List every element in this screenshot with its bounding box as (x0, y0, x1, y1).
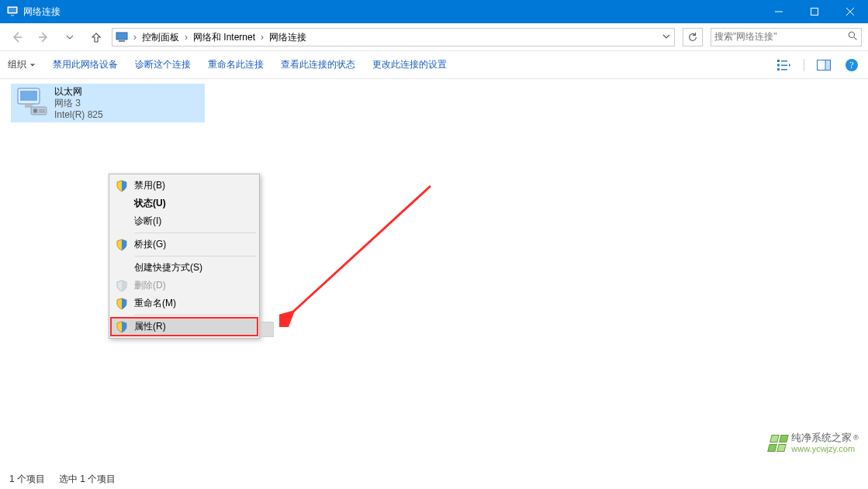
view-status-button[interactable]: 查看此连接的状态 (281, 58, 355, 71)
rename-connection-button[interactable]: 重命名此连接 (208, 58, 264, 71)
shield-icon (116, 239, 128, 251)
titlebar: 网络连接 (0, 0, 868, 23)
search-input[interactable]: 搜索"网络连接" (711, 28, 862, 46)
status-count: 1 个项目 (9, 473, 45, 486)
svg-rect-22 (33, 109, 37, 113)
separator (804, 59, 804, 71)
shield-icon (116, 321, 128, 333)
chevron-down-icon (29, 62, 36, 68)
disable-device-button[interactable]: 禁用此网络设备 (53, 58, 118, 71)
change-settings-button[interactable]: 更改此连接的设置 (372, 58, 447, 71)
view-options-button[interactable] (776, 57, 793, 74)
svg-rect-5 (119, 40, 125, 42)
ctx-diagnose[interactable]: 诊断(I) (111, 212, 258, 230)
network-adapter-item[interactable]: 以太网 网络 3 Intel(R) 825 (11, 84, 205, 122)
ctx-disable[interactable]: 禁用(B) (111, 177, 258, 195)
forward-button[interactable] (33, 26, 54, 48)
svg-rect-3 (811, 9, 818, 15)
refresh-button[interactable] (683, 28, 703, 46)
ctx-properties[interactable]: 属性(R) (111, 318, 258, 336)
chevron-right-icon: › (182, 32, 190, 43)
svg-rect-2 (11, 15, 14, 16)
ctx-status[interactable]: 状态(U) (111, 195, 258, 212)
close-button[interactable] (832, 0, 868, 23)
svg-point-6 (849, 32, 854, 37)
ctx-separator (134, 232, 256, 233)
svg-rect-1 (9, 8, 16, 12)
status-selected: 选中 1 个项目 (59, 473, 116, 486)
context-menu: 禁用(B) 状态(U) 诊断(I) 桥接(G) 创建快捷方式(S) 删除(D) … (109, 174, 260, 339)
ctx-create-shortcut[interactable]: 创建快捷方式(S) (111, 259, 258, 277)
svg-rect-4 (116, 33, 127, 40)
back-button[interactable] (6, 26, 28, 48)
command-toolbar: 组织 禁用此网络设备 诊断这个连接 重命名此连接 查看此连接的状态 更改此连接的… (0, 51, 868, 78)
svg-rect-9 (777, 64, 780, 66)
shield-icon (116, 180, 128, 192)
ethernet-adapter-icon (16, 86, 48, 117)
chevron-right-icon: › (258, 32, 266, 43)
ctx-bridge[interactable]: 桥接(G) (111, 236, 258, 253)
scrollbar-stub (261, 322, 274, 337)
help-button[interactable]: ? (843, 57, 860, 74)
adapter-name: 以太网 (54, 86, 103, 98)
ctx-separator (134, 315, 256, 315)
breadcrumb[interactable]: › 控制面板 › 网络和 Internet › 网络连接 (112, 28, 675, 46)
minimize-button[interactable] (761, 0, 797, 23)
preview-pane-button[interactable] (815, 57, 832, 74)
svg-rect-7 (777, 60, 780, 62)
svg-text:?: ? (849, 60, 853, 71)
address-bar-row: › 控制面板 › 网络和 Internet › 网络连接 搜索"网络连接" (0, 23, 868, 50)
svg-rect-10 (781, 64, 787, 66)
diagnose-button[interactable]: 诊断这个连接 (135, 58, 191, 71)
breadcrumb-item[interactable]: 网络和 Internet (190, 29, 258, 46)
watermark: 纯净系统之家® www.ycwjzy.com (769, 432, 859, 454)
window-title: 网络连接 (23, 5, 61, 19)
recent-dropdown[interactable] (59, 26, 81, 48)
ctx-rename[interactable]: 重命名(M) (111, 294, 258, 312)
breadcrumb-item[interactable]: 网络连接 (266, 29, 310, 46)
adapter-info: 以太网 网络 3 Intel(R) 825 (54, 86, 103, 121)
ctx-delete: 删除(D) (111, 277, 258, 294)
watermark-logo-icon (768, 435, 789, 452)
organize-menu[interactable]: 组织 (8, 58, 36, 71)
adapter-device: Intel(R) 825 (54, 109, 103, 121)
network-location-icon (116, 31, 128, 43)
annotation-arrow (279, 180, 442, 327)
chevron-right-icon: › (131, 32, 139, 43)
breadcrumb-item[interactable]: 控制面板 (139, 29, 182, 46)
status-bar: 1 个项目 选中 1 个项目 (0, 469, 868, 489)
search-placeholder: 搜索"网络连接" (714, 30, 848, 43)
shield-icon (116, 280, 128, 292)
breadcrumb-dropdown[interactable] (657, 32, 674, 43)
content-area[interactable]: 以太网 网络 3 Intel(R) 825 禁用(B) 状态(U) 诊断(I) … (0, 79, 868, 462)
search-icon (848, 31, 858, 43)
svg-rect-14 (825, 60, 831, 70)
adapter-network: 网络 3 (54, 98, 103, 109)
svg-rect-11 (777, 68, 780, 71)
network-app-icon (6, 5, 19, 18)
shield-icon (116, 298, 128, 310)
up-button[interactable] (85, 26, 107, 48)
ctx-separator (134, 256, 256, 257)
svg-rect-19 (20, 91, 37, 101)
svg-rect-8 (781, 60, 787, 62)
maximize-button[interactable] (797, 0, 832, 23)
svg-rect-12 (781, 69, 787, 71)
svg-line-23 (292, 186, 431, 313)
